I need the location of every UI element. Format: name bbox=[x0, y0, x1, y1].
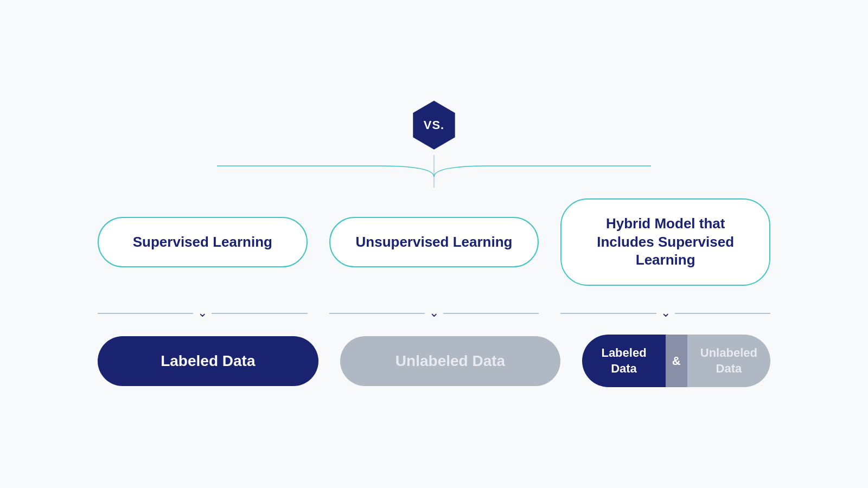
connector-row bbox=[54, 155, 814, 198]
top-boxes-row: Supervised Learning Unsupervised Learnin… bbox=[54, 198, 814, 286]
hybrid-unlabeled-section: Unlabeled Data bbox=[687, 335, 770, 387]
supervised-learning-box: Supervised Learning bbox=[98, 217, 308, 268]
hybrid-amp-label: & bbox=[672, 354, 681, 368]
bottom-boxes-row: Labeled Data Unlabeled Data Labeled Data… bbox=[54, 335, 814, 387]
unlabeled-data-label: Unlabeled Data bbox=[395, 352, 505, 370]
hybrid-unlabeled-label: Unlabeled Data bbox=[695, 345, 762, 376]
chevron-down-icon-3: ⌄ bbox=[656, 307, 675, 319]
unsupervised-learning-box: Unsupervised Learning bbox=[329, 217, 539, 268]
supervised-learning-label: Supervised Learning bbox=[133, 233, 272, 252]
connector-svg bbox=[54, 155, 814, 198]
vs-hexagon: VS. bbox=[410, 101, 458, 150]
arrow-section-1: ⌄ bbox=[98, 302, 308, 324]
chevron-down-icon-2: ⌄ bbox=[425, 307, 443, 319]
hybrid-amp-section: & bbox=[666, 335, 687, 387]
labeled-data-box: Labeled Data bbox=[98, 336, 318, 386]
chevron-down-icon-1: ⌄ bbox=[193, 307, 212, 319]
vs-container: VS. bbox=[410, 101, 458, 150]
arrow-section-2: ⌄ bbox=[329, 302, 539, 324]
hybrid-model-label: Hybrid Model that Includes Supervised Le… bbox=[578, 215, 753, 269]
unlabeled-data-box: Unlabeled Data bbox=[340, 336, 561, 386]
hybrid-model-box: Hybrid Model that Includes Supervised Le… bbox=[560, 198, 770, 286]
unsupervised-learning-label: Unsupervised Learning bbox=[356, 233, 513, 252]
diagram: VS. Supervised Learning Unsupervised Lea… bbox=[54, 101, 814, 388]
arrow-section-3: ⌄ bbox=[560, 302, 770, 324]
hybrid-data-box: Labeled Data & Unlabeled Data bbox=[582, 335, 770, 387]
vs-label: VS. bbox=[424, 118, 444, 132]
hybrid-labeled-section: Labeled Data bbox=[582, 335, 665, 387]
arrow-row: ⌄ ⌄ ⌄ bbox=[54, 302, 814, 324]
labeled-data-label: Labeled Data bbox=[161, 352, 255, 370]
hybrid-labeled-label: Labeled Data bbox=[590, 345, 657, 376]
